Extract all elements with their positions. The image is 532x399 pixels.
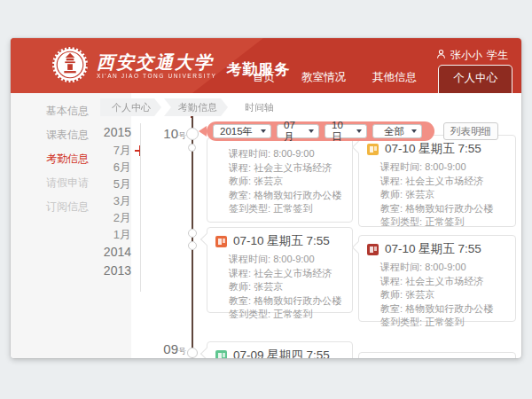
card-field-row: 签到类型: 正常签到 [229,202,345,216]
timeline-nav-1月[interactable]: 1月 [89,226,140,243]
year-dropdown[interactable]: 2015年 [213,124,271,138]
nav-item-other-info[interactable]: 其他信息 [362,70,427,93]
type-dropdown[interactable]: 全部 [372,124,422,138]
field-label: 课程: [380,276,405,286]
card-field-row: 教室: 格物致知行政办公楼 [229,294,345,309]
crumb-attendance-info[interactable]: 考勤信息 [164,98,228,116]
attendance-card[interactable]: 课程时间: 8:00-9:00课程: 社会主义市场经济教师: 张芸京教室: 格物… [207,137,353,223]
field-value: 正常签到 [273,309,312,319]
field-value: 正常签到 [425,216,464,227]
card-field-row: 教师: 张芸京 [229,175,345,189]
field-value: 格物致知行政办公楼 [405,203,493,214]
attendance-stamp-icon [215,350,227,359]
crumb-personal-center[interactable]: 个人中心 [100,98,161,116]
card-title: 07-10 星期五 7:55 [385,241,481,257]
day-label-10: 10号 [149,126,186,142]
field-value: 社会主义市场经济 [254,268,332,278]
card-field-row: 课程: 社会主义市场经济 [380,275,508,289]
timeline-nav-5月[interactable]: 5月 [89,176,140,192]
mini-nav-divider [140,123,141,292]
day-dropdown-value: 10日 [332,120,353,144]
filter-bar: 2015年07月10日全部 [207,121,434,141]
field-label: 教室: [229,190,254,200]
year-dropdown-value: 2015年 [220,125,253,138]
timeline-year-month-nav: 20157月6月5月3月2月1月20142013 [89,123,140,280]
timeline-nav-2月[interactable]: 2月 [89,209,140,226]
field-label: 课程时间: [229,254,273,264]
card-field-row: 签到类型: 正常签到 [380,215,508,230]
card-header: 07-09 星期四 7:55 [207,342,352,358]
user-icon [436,49,446,62]
card-field-row: 教师: 张芸京 [380,288,508,302]
attendance-stamp-icon [215,236,227,247]
card-body: 课程时间: 8:00-9:00课程: 社会主义市场经济教师: 张芸京教室: 格物… [359,260,515,335]
user-info[interactable]: 张小小 学生 [436,48,508,63]
card-field-row: 课程时间: 8:00-9:00 [380,160,508,175]
day-dropdown[interactable]: 10日 [325,124,367,138]
field-value: 格物致知行政办公楼 [254,295,341,306]
user-role: 学生 [487,48,508,63]
crumb-timeline[interactable]: 时间轴 [231,98,285,116]
field-label: 教室: [380,203,405,214]
card-field-row: 签到类型: 正常签到 [380,316,508,330]
field-value: 正常签到 [273,203,312,214]
field-label: 教师: [229,176,254,186]
card-header: 07-10 星期五 7:55 [359,236,515,260]
attendance-stamp-icon [367,244,379,255]
attendance-card[interactable]: 07-10 星期五 7:55课程时间: 8:00-9:00课程: 社会主义市场经… [358,235,516,322]
field-label: 教师: [229,281,254,292]
card-body: 课程时间: 8:00-9:00课程: 社会主义市场经济教师: 张芸京教室: 格物… [207,252,352,327]
app-window: 西安交通大学 XI'AN JIAO TONG UNIVERSITY 考勤服务 张… [11,38,521,358]
field-label: 课程: [229,268,254,278]
field-label: 课程时间: [229,148,273,159]
card-field-row: 教室: 格物致知行政办公楼 [380,202,508,216]
field-value: 张芸京 [254,281,283,292]
field-value: 张芸京 [405,289,434,300]
attendance-card[interactable]: 07-10 星期五 7:55课程时间: 8:00-9:00课程: 社会主义市场经… [207,227,353,313]
card-field-row: 课程时间: 8:00-9:00 [229,147,345,161]
field-value: 社会主义市场经济 [405,176,483,186]
field-value: 8:00-9:00 [273,148,314,159]
timeline-nav-2015[interactable]: 2015 [89,123,140,142]
chevron-down-icon [356,129,362,133]
user-name: 张小小 [450,48,482,63]
chevron-down-icon [261,129,266,133]
field-label: 教师: [380,289,405,300]
main-nav: 首页教室情况其他信息个人中心 [237,65,512,93]
timeline-nav-6月[interactable]: 6月 [89,159,140,176]
card-title: 07-09 星期四 7:55 [233,348,330,358]
month-dropdown-value: 07月 [284,120,305,144]
nav-item-classroom-status[interactable]: 教室情况 [291,70,356,93]
timeline-node [188,144,196,152]
field-label: 课程时间: [380,161,425,172]
field-value: 格物致知行政办公楼 [405,303,493,314]
timeline-node [188,241,197,250]
list-detail-button[interactable]: 列表明细 [443,122,498,140]
timeline-nav-2013[interactable]: 2013 [89,262,140,280]
field-value: 正常签到 [425,317,464,327]
nav-item-personal-center[interactable]: 个人中心 [438,65,512,93]
card-field-row: 课程: 社会主义市场经济 [380,175,508,189]
attendance-card[interactable]: 07-09 星期四 7:55 [207,341,353,358]
nav-item-home[interactable]: 首页 [242,70,286,93]
month-dropdown[interactable]: 07月 [277,124,319,138]
attendance-card[interactable]: 07-10 星期五 7:55课程时间: 8:00-9:00课程: 社会主义市场经… [358,135,516,227]
attendance-stamp-icon [367,144,379,155]
day-label-09: 09号 [149,341,186,357]
field-value: 张芸京 [405,189,434,200]
timeline-node-large [186,128,199,140]
attendance-card-partial[interactable] [358,352,516,358]
field-label: 课程: [380,176,405,186]
card-field-row: 课程时间: 8:00-9:00 [380,261,508,275]
timeline-nav-7月[interactable]: 7月 [89,142,140,159]
card-field-row: 课程时间: 8:00-9:00 [229,253,345,267]
card-field-row: 教师: 张芸京 [380,188,508,202]
timeline-nav-2014[interactable]: 2014 [89,243,140,262]
field-label: 课程时间: [380,262,425,272]
card-field-row: 教室: 格物致知行政办公楼 [229,189,345,203]
card-body: 课程时间: 8:00-9:00课程: 社会主义市场经济教师: 张芸京教室: 格物… [207,138,352,222]
timeline-nav-3月[interactable]: 3月 [89,192,140,209]
field-label: 签到类型: [380,317,425,327]
university-name-en: XI'AN JIAO TONG UNIVERSITY [97,74,216,80]
card-body: 课程时间: 8:00-9:00课程: 社会主义市场经济教师: 张芸京教室: 格物… [359,160,515,235]
